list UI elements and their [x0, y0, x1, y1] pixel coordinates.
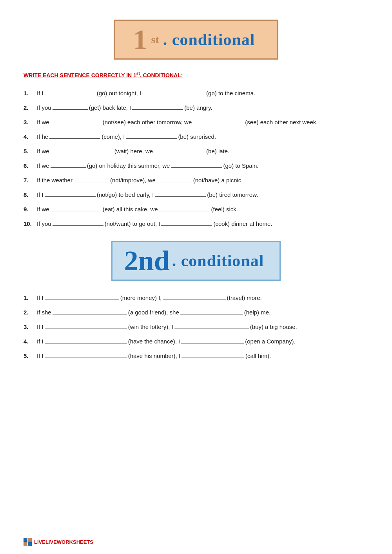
num-4: 4.: [24, 131, 35, 142]
blank-1-2[interactable]: [142, 88, 205, 95]
sentence-1: 1. If I (go) out tonight, I (go) to the …: [24, 88, 368, 98]
s10-p3: (cook) dinner at home.: [213, 218, 272, 229]
sentence-3: 3. If we (not/see) each other tomorrow, …: [24, 117, 368, 127]
blank-6-2[interactable]: [171, 161, 222, 168]
s6-p3: (go) to Spain.: [223, 160, 258, 171]
s10-p2: (not/want) to go out, I: [105, 218, 160, 229]
banner-sup-1: st: [151, 33, 159, 46]
num-6: 6.: [24, 160, 35, 171]
footer-squares-icon: [24, 538, 32, 546]
sentence-2-4: 4. If I (have the chance), I (open a Com…: [24, 336, 368, 347]
sentence-10: 10. If you (not/want) to go out, I (cook…: [24, 218, 368, 229]
sq1: [24, 538, 27, 542]
blank-9-1[interactable]: [51, 204, 102, 211]
num-9: 9.: [24, 204, 35, 214]
blank-4-2[interactable]: [126, 132, 177, 139]
sentence-2-5: 5. If I (have his number), I (call him).: [24, 351, 368, 361]
num-2-2: 2.: [24, 307, 35, 318]
exercise-section-1: 1. If I (go) out tonight, I (go) to the …: [24, 88, 368, 229]
instruction-sup: st: [136, 71, 140, 76]
blank-9-2[interactable]: [159, 204, 210, 211]
s2-p3: (be) angry.: [184, 102, 212, 113]
s5-p2: (wait) here, we: [114, 146, 153, 156]
s2-3-p1: If I: [37, 322, 44, 332]
blank-2-5-2[interactable]: [181, 351, 244, 358]
s2-5-p2: (have his number), I: [128, 351, 180, 361]
num-2: 2.: [24, 102, 35, 113]
blank-7-2[interactable]: [157, 175, 192, 182]
s2-4-p2: (have the chance), I: [128, 336, 180, 347]
blank-5-1[interactable]: [51, 146, 113, 153]
s5-p3: (be) late.: [206, 146, 229, 156]
s4-p3: (be) surprised.: [178, 131, 216, 142]
s9-p2: (eat) all this cake, we: [103, 204, 158, 214]
s9-p3: (feel) sick.: [211, 204, 238, 214]
blank-5-2[interactable]: [154, 146, 205, 153]
banner-title-2: . conditional: [172, 251, 264, 270]
sentence-4: 4. If he (come), I (be) surprised.: [24, 131, 368, 142]
s7-p3: (not/have) a picnic.: [193, 175, 243, 185]
s8-p2: (not/go) to bed early, I: [97, 189, 154, 200]
sq4: [28, 542, 32, 546]
footer-brand-text: LIVELIVEWORKSHEETS: [34, 539, 93, 545]
num-1: 1.: [24, 88, 35, 98]
s1-p1: If I: [37, 88, 44, 98]
footer-brand-live: LIVE: [34, 539, 45, 545]
s5-p1: If we: [37, 146, 49, 156]
blank-4-1[interactable]: [49, 132, 100, 139]
s6-p2: (go) on holiday this summer, we: [87, 160, 170, 171]
s6-p1: If we: [37, 160, 49, 171]
num-8: 8.: [24, 189, 35, 200]
sentence-2-2: 2. If she (a good friend), she (help) me…: [24, 307, 368, 318]
blank-2-5-1[interactable]: [45, 351, 127, 358]
blank-8-1[interactable]: [45, 190, 96, 197]
blank-2-1-2[interactable]: [163, 293, 226, 300]
s10-p1: If you: [37, 218, 51, 229]
blank-2-4-2[interactable]: [181, 336, 244, 343]
blank-2-3-2[interactable]: [174, 322, 249, 329]
s2-1-p2: (more money) I,: [120, 292, 162, 303]
blank-2-2-2[interactable]: [180, 307, 243, 314]
s2-3-p2: (win the lottery), I: [128, 322, 173, 332]
blank-3-2[interactable]: [193, 117, 244, 124]
s3-p2: (not/see) each other tomorrow, we: [103, 117, 192, 127]
page: 1 st . conditional WRITE EACH SENTENCE C…: [0, 0, 392, 554]
s4-p2: (come), I: [102, 131, 125, 142]
blank-2-2[interactable]: [132, 103, 183, 110]
exercise-section-2: 1. If I (more money) I, (travel) more. 2…: [24, 292, 368, 361]
s7-p1: If the weather: [37, 175, 73, 185]
blank-2-1-1[interactable]: [45, 293, 119, 300]
blank-6-1[interactable]: [51, 161, 86, 168]
sentence-6: 6. If we (go) on holiday this summer, we…: [24, 160, 368, 171]
blank-2-2-1[interactable]: [53, 307, 127, 314]
s2-5-p3: (call him).: [245, 351, 271, 361]
header-banner-2: 2nd . conditional: [24, 241, 368, 281]
num-3: 3.: [24, 117, 35, 127]
blank-2-3-1[interactable]: [45, 322, 127, 329]
s2-p2: (get) back late, I: [89, 102, 131, 113]
header-banner-1: 1 st . conditional: [24, 20, 368, 60]
sentence-2-3: 3. If I (win the lottery), I (buy) a big…: [24, 322, 368, 332]
s2-1-p3: (travel) more.: [227, 292, 262, 303]
s2-3-p3: (buy) a big house.: [250, 322, 297, 332]
s1-p2: (go) out tonight, I: [97, 88, 141, 98]
blank-3-1[interactable]: [51, 117, 102, 124]
blank-8-2[interactable]: [155, 190, 206, 197]
s2-4-p3: (open a Company).: [245, 336, 295, 347]
blank-10-1[interactable]: [53, 219, 103, 226]
blank-10-2[interactable]: [161, 219, 212, 226]
banner-title-1: . conditional: [163, 30, 255, 49]
s8-p1: If I: [37, 189, 44, 200]
blank-7-1[interactable]: [74, 175, 109, 182]
blank-2-1[interactable]: [53, 103, 88, 110]
sq2: [28, 538, 32, 542]
s8-p3: (be) tired tomorrow.: [207, 189, 258, 200]
banner-number-2: 2nd: [124, 247, 170, 275]
blank-2-4-1[interactable]: [45, 336, 127, 343]
blank-1-1[interactable]: [45, 88, 96, 95]
s2-2-p3: (help) me.: [244, 307, 271, 318]
s2-5-p1: If I: [37, 351, 44, 361]
s4-p1: If he: [37, 131, 48, 142]
num-10: 10.: [24, 218, 35, 229]
instruction-text: WRITE EACH SENTENCE CORRECTLY IN 1: [24, 72, 136, 78]
